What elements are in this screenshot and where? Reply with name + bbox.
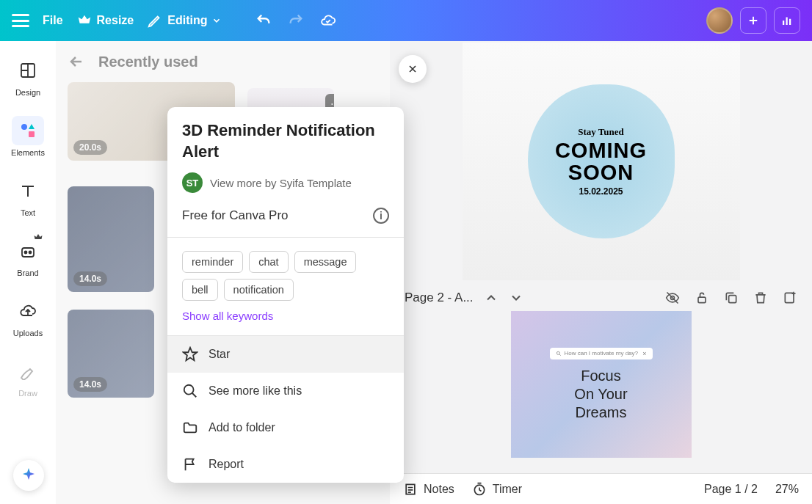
element-thumb[interactable]: 14.0s (68, 310, 154, 398)
search-icon (182, 383, 198, 399)
tag-bell[interactable]: bell (182, 279, 218, 301)
timer-icon (472, 482, 487, 497)
nav-elements[interactable]: Elements (11, 116, 45, 157)
menu-see-more[interactable]: See more like this (167, 373, 404, 409)
menu-icon[interactable] (12, 14, 29, 27)
menu-label: See more like this (209, 384, 302, 398)
chevron-up-icon[interactable] (484, 291, 499, 305)
user-avatar[interactable] (706, 7, 733, 34)
canvas-page-2[interactable]: How can I motivate my day? × Focus On Yo… (511, 311, 692, 458)
nav-label: Draw (18, 389, 37, 398)
timer-label: Timer (493, 483, 522, 496)
file-menu[interactable]: File (43, 14, 63, 27)
analytics-button[interactable] (774, 7, 800, 34)
timer-button[interactable]: Timer (472, 482, 522, 497)
menu-add-folder[interactable]: Add to folder (167, 409, 404, 446)
svg-rect-11 (698, 297, 706, 303)
canvas-page-1[interactable]: Stay Tuned COMING SOON 15.02.2025 (463, 43, 740, 280)
svg-rect-12 (729, 296, 736, 303)
add-button[interactable] (740, 7, 766, 34)
svg-rect-2 (789, 19, 791, 25)
nav-design[interactable]: Design (12, 56, 44, 97)
tag-notification[interactable]: notification (224, 279, 294, 301)
menu-report[interactable]: Report (167, 446, 404, 483)
canvas-area: Stay Tuned COMING SOON 15.02.2025 Page 2… (390, 41, 812, 473)
lock-icon[interactable] (695, 291, 709, 305)
shapes-icon (19, 122, 37, 139)
editing-menu[interactable]: Editing (147, 12, 222, 29)
nav-text[interactable]: Text (12, 176, 44, 217)
duplicate-icon[interactable] (724, 291, 739, 305)
folder-icon (182, 420, 198, 436)
focus-line-3: Dreams (575, 404, 626, 420)
cloud-upload-icon (19, 302, 37, 320)
coming-soon-heading: COMING SOON (555, 139, 647, 184)
brand-icon (19, 242, 37, 260)
chevron-down-icon (211, 15, 222, 26)
star-icon (182, 346, 198, 362)
notes-icon (403, 482, 418, 497)
date-text: 15.02.2025 (579, 186, 623, 197)
menu-label: Add to folder (209, 421, 275, 434)
resize-label: Resize (97, 14, 134, 27)
svg-point-14 (557, 351, 559, 354)
nav-draw[interactable]: Draw (12, 357, 44, 398)
topbar-right (706, 7, 800, 34)
duration-badge: 14.0s (73, 271, 107, 286)
sparkle-icon (20, 467, 37, 484)
top-toolbar: File Resize Editing (0, 0, 812, 41)
svg-rect-0 (783, 21, 784, 25)
sidebar-nav: Design Elements Text Brand Uploads Draw (0, 41, 56, 504)
cloud-sync-icon[interactable] (320, 12, 336, 29)
zoom-level[interactable]: 27% (775, 483, 799, 496)
popup-author[interactable]: ST View more by Syifa Template (182, 172, 389, 193)
eye-off-icon[interactable] (665, 291, 680, 305)
page-label[interactable]: Page 2 - A... (405, 291, 474, 305)
svg-point-9 (184, 385, 194, 395)
magic-button[interactable] (13, 460, 44, 491)
menu-label: Star (209, 348, 230, 361)
text-icon (19, 182, 37, 200)
pencil-icon (147, 12, 163, 29)
crown-icon (34, 233, 43, 241)
close-icon (407, 63, 418, 75)
tags-container: reminder chat message bell notification (167, 238, 404, 310)
nav-brand[interactable]: Brand (12, 236, 44, 277)
show-all-keywords-link[interactable]: Show all keywords (167, 310, 404, 335)
page-indicator[interactable]: Page 1 / 2 (704, 483, 758, 496)
element-thumb[interactable]: 14.0s (68, 186, 154, 292)
svg-rect-13 (785, 293, 794, 302)
menu-star[interactable]: Star (167, 336, 404, 373)
undo-icon[interactable] (255, 12, 272, 29)
nav-label: Uploads (13, 329, 43, 337)
author-avatar: ST (182, 172, 203, 193)
tag-message[interactable]: message (294, 251, 357, 273)
info-icon[interactable]: i (373, 208, 389, 224)
license-text: Free for Canva Pro (182, 208, 289, 223)
topbar-left: File Resize Editing (12, 12, 222, 29)
tag-reminder[interactable]: reminder (182, 251, 243, 273)
notes-button[interactable]: Notes (403, 482, 454, 497)
trash-icon[interactable] (753, 291, 768, 305)
bottom-bar: Notes Timer Page 1 / 2 27% (390, 473, 812, 504)
redo-icon[interactable] (288, 12, 304, 29)
back-arrow-icon[interactable] (68, 53, 85, 70)
mini-search-graphic: How can I motivate my day? × (550, 348, 653, 359)
add-page-icon[interactable] (783, 291, 797, 305)
license-row: Free for Canva Pro i (182, 208, 389, 224)
chevron-down-icon[interactable] (509, 291, 523, 305)
nav-uploads[interactable]: Uploads (12, 296, 44, 337)
svg-point-8 (29, 252, 32, 254)
focus-heading: Focus On Your Dreams (574, 367, 627, 422)
svg-point-7 (25, 252, 27, 254)
close-panel-button[interactable] (399, 55, 427, 83)
focus-line-2: On Your (574, 386, 627, 402)
tag-chat[interactable]: chat (249, 251, 288, 273)
crown-icon (76, 12, 93, 29)
resize-menu[interactable]: Resize (76, 12, 134, 29)
page-controls: Page 2 - A... (390, 280, 812, 311)
nav-label: Elements (11, 148, 45, 157)
duration-badge: 14.0s (73, 377, 107, 392)
close-x: × (642, 350, 646, 357)
svg-rect-6 (22, 248, 34, 257)
